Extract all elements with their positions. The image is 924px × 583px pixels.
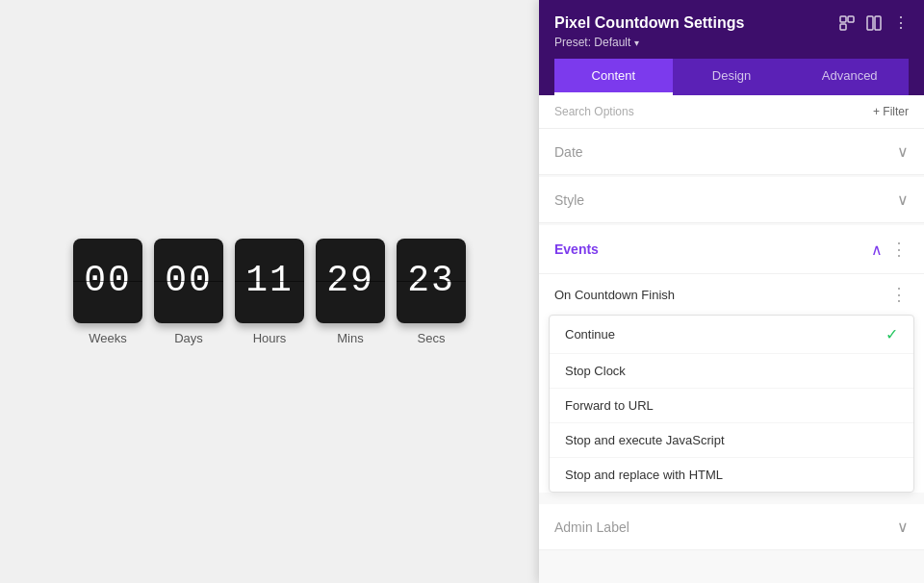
flip-card: 11 xyxy=(235,239,304,323)
events-more-icon[interactable]: ⋮ xyxy=(890,239,909,260)
more-options-icon[interactable]: ⋮ xyxy=(893,13,909,32)
panel-title-row: Pixel Countdown Settings ⋮ xyxy=(554,13,909,32)
dropdown-option-label: Stop and execute JavaScript xyxy=(565,433,725,447)
countdown-container: 00 Weeks 00 Days 11 Hours 29 Mins 23 Sec… xyxy=(73,239,466,345)
countdown-unit-days: 00 Days xyxy=(154,239,223,345)
dropdown-option-label: Stop and replace with HTML xyxy=(565,468,723,482)
dropdown-option-label: Continue xyxy=(565,327,615,342)
flip-card: 29 xyxy=(316,239,385,323)
expand-icon[interactable] xyxy=(839,15,855,31)
countdown-unit-secs: 23 Secs xyxy=(397,239,466,345)
svg-rect-0 xyxy=(840,16,846,22)
dropdown-option[interactable]: Forward to URL xyxy=(550,389,913,423)
tab-bar: ContentDesignAdvanced xyxy=(554,59,909,95)
accordion-admin-label: Admin Label ∨ xyxy=(539,504,924,550)
events-title-group: Events xyxy=(554,241,599,257)
dropdown-option[interactable]: Stop and execute JavaScript xyxy=(550,423,913,458)
admin-label-accordion-header[interactable]: Admin Label ∨ xyxy=(539,504,924,550)
admin-label-chevron-icon: ∨ xyxy=(897,518,909,536)
events-header[interactable]: Events ∧ ⋮ xyxy=(539,225,924,273)
digit: 11 xyxy=(245,260,294,301)
preset-arrow-icon: ▾ xyxy=(634,38,639,48)
admin-label-section-title: Admin Label xyxy=(554,520,629,535)
countdown-unit-mins: 29 Mins xyxy=(316,239,385,345)
svg-rect-4 xyxy=(875,16,881,30)
digit: 00 xyxy=(165,260,213,301)
style-chevron-icon: ∨ xyxy=(897,190,909,209)
preset-row[interactable]: Preset: Default ▾ xyxy=(554,36,909,49)
digit: 00 xyxy=(84,260,132,301)
panel-body: Search Options + Filter Date ∨ Style ∨ E… xyxy=(539,95,924,583)
svg-rect-2 xyxy=(840,24,846,30)
dropdown-option[interactable]: Stop Clock xyxy=(550,354,913,389)
countdown-unit-hours: 11 Hours xyxy=(235,239,304,345)
check-icon: ✓ xyxy=(886,325,898,343)
svg-rect-1 xyxy=(848,16,854,22)
date-section-title: Date xyxy=(554,144,583,160)
unit-label: Hours xyxy=(253,331,287,345)
accordion-date: Date ∨ xyxy=(539,129,924,175)
search-filter-row: Search Options + Filter xyxy=(539,95,924,129)
panel-title: Pixel Countdown Settings xyxy=(554,14,744,32)
events-section-title: Events xyxy=(554,241,599,257)
accordion-style: Style ∨ xyxy=(539,177,924,223)
preset-label: Preset: Default xyxy=(554,36,630,49)
dropdown-option[interactable]: Continue✓ xyxy=(550,316,913,354)
flip-card: 00 xyxy=(154,239,223,323)
flip-card: 23 xyxy=(397,239,466,323)
tab-design[interactable]: Design xyxy=(673,59,791,95)
settings-panel: Pixel Countdown Settings ⋮ xyxy=(539,0,924,583)
event-dropdown-menu: Continue✓Stop ClockForward to URLStop an… xyxy=(549,315,914,493)
event-item-row: On Countdown Finish ⋮ xyxy=(539,273,924,315)
panel-header: Pixel Countdown Settings ⋮ xyxy=(539,0,924,95)
filter-button[interactable]: + Filter xyxy=(873,105,909,118)
unit-label: Days xyxy=(174,331,203,345)
tab-content[interactable]: Content xyxy=(554,59,673,95)
flip-card: 00 xyxy=(73,239,142,323)
style-accordion-header[interactable]: Style ∨ xyxy=(539,177,924,223)
event-item-label: On Countdown Finish xyxy=(554,288,675,302)
date-chevron-icon: ∨ xyxy=(897,142,909,161)
search-options-text: Search Options xyxy=(554,105,634,118)
dropdown-option[interactable]: Stop and replace with HTML xyxy=(550,458,913,492)
svg-rect-3 xyxy=(867,16,873,30)
style-section-title: Style xyxy=(554,192,584,208)
tab-advanced[interactable]: Advanced xyxy=(790,59,909,95)
panel-header-icons: ⋮ xyxy=(839,13,909,32)
date-accordion-header[interactable]: Date ∨ xyxy=(539,129,924,175)
events-chevron-icon: ∧ xyxy=(871,241,883,259)
countdown-unit-weeks: 00 Weeks xyxy=(73,239,142,345)
dropdown-option-label: Forward to URL xyxy=(565,398,654,413)
preview-area: 00 Weeks 00 Days 11 Hours 29 Mins 23 Sec… xyxy=(0,0,539,583)
unit-label: Secs xyxy=(418,331,446,345)
digit: 29 xyxy=(326,260,374,301)
unit-label: Weeks xyxy=(89,331,127,345)
events-controls: ∧ ⋮ xyxy=(871,239,909,260)
unit-label: Mins xyxy=(337,331,363,345)
digit: 23 xyxy=(407,260,455,301)
event-item-more-icon[interactable]: ⋮ xyxy=(890,284,909,305)
events-section: Events ∧ ⋮ On Countdown Finish ⋮ Continu… xyxy=(539,225,924,493)
dropdown-option-label: Stop Clock xyxy=(565,364,626,378)
grid-icon[interactable] xyxy=(866,15,882,31)
